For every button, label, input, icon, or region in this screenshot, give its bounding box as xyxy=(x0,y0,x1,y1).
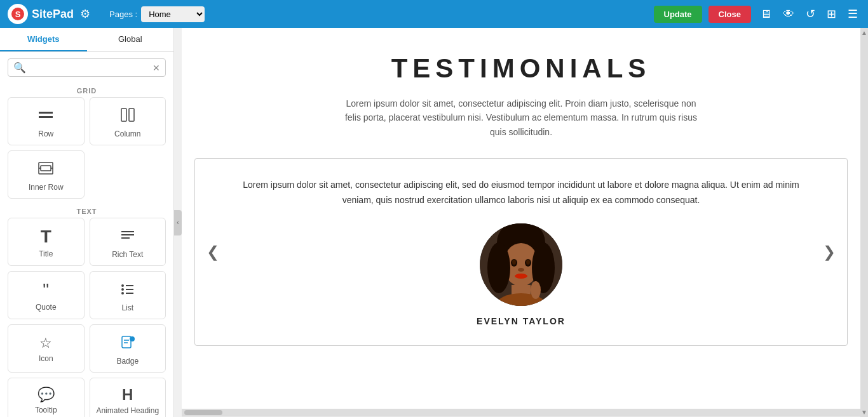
icon-widget-icon: ☆ xyxy=(39,336,52,350)
title-icon: T xyxy=(41,228,51,246)
svg-point-15 xyxy=(121,288,124,291)
canvas-content: TESTIMONIALS Lorem ipsum dolor sit amet,… xyxy=(182,28,860,409)
svg-rect-3 xyxy=(39,116,53,118)
list-label: List xyxy=(121,303,133,312)
tab-widgets[interactable]: Widgets xyxy=(0,28,87,51)
widget-column[interactable]: Column xyxy=(90,97,166,145)
testimonial-name: EVELYN TAYLOR xyxy=(477,316,566,326)
animated-heading-label: Animated Heading xyxy=(96,406,159,415)
section-label-text: TEXT xyxy=(0,204,173,218)
widget-animated-heading[interactable]: H Animated Heading xyxy=(90,378,166,417)
column-icon xyxy=(119,107,136,126)
svg-point-37 xyxy=(531,281,541,299)
column-label: Column xyxy=(114,129,140,138)
main-layout: Widgets Global 🔍 ✕ GRID Row Column xyxy=(0,28,868,417)
svg-rect-19 xyxy=(122,336,131,348)
svg-point-32 xyxy=(526,260,530,265)
refresh-icon[interactable]: ↺ xyxy=(803,4,818,23)
quote-label: Quote xyxy=(36,303,57,312)
svg-point-13 xyxy=(121,284,124,287)
avatar-image xyxy=(480,223,562,306)
inner-row-icon xyxy=(37,160,54,179)
svg-point-31 xyxy=(512,260,516,265)
sidebar-collapse[interactable]: ‹ xyxy=(174,210,182,235)
svg-point-33 xyxy=(518,268,524,272)
scroll-down-arrow[interactable]: ▼ xyxy=(861,409,867,416)
carousel-next-button[interactable]: ❯ xyxy=(818,238,841,266)
svg-point-22 xyxy=(130,336,135,341)
logo-icon: S xyxy=(8,4,28,24)
svg-point-17 xyxy=(121,292,124,295)
widget-row[interactable]: Row xyxy=(8,97,85,145)
tab-global[interactable]: Global xyxy=(87,28,174,51)
animated-heading-icon: H xyxy=(122,387,133,402)
header-actions: Update Close 🖥 👁 ↺ ⊞ ☰ xyxy=(654,4,860,23)
logo-text: SitePad xyxy=(32,8,74,21)
canvas-area: TESTIMONIALS Lorem ipsum dolor sit amet,… xyxy=(182,28,860,417)
pages-select[interactable]: Home About Contact xyxy=(141,6,205,22)
svg-text:S: S xyxy=(15,10,21,19)
scrollbar-thumb xyxy=(184,410,222,415)
row-icon xyxy=(37,107,54,126)
close-button[interactable]: Close xyxy=(709,6,751,23)
text-widgets: T Title Rich Text " Quote List ☆ xyxy=(0,218,173,417)
grid-widgets: Row Column Inner Row xyxy=(0,97,173,204)
svg-rect-5 xyxy=(129,109,134,121)
search-icon: 🔍 xyxy=(13,62,26,74)
tooltip-label: Tooltip xyxy=(35,406,57,414)
widget-inner-row[interactable]: Inner Row xyxy=(8,150,85,199)
svg-rect-2 xyxy=(39,112,53,114)
svg-point-34 xyxy=(515,274,527,279)
preview-icon[interactable]: 👁 xyxy=(780,5,797,23)
logo: S SitePad xyxy=(8,4,74,24)
bottom-scrollbar[interactable] xyxy=(182,409,860,416)
settings-icon[interactable]: ⚙ xyxy=(80,7,90,21)
svg-rect-7 xyxy=(41,166,51,171)
badge-label: Badge xyxy=(116,357,139,366)
menu-icon[interactable]: ☰ xyxy=(845,4,860,23)
row-label: Row xyxy=(38,129,53,138)
pages-label: Pages : xyxy=(109,10,137,19)
desktop-icon[interactable]: 🖥 xyxy=(757,5,774,23)
rich-text-label: Rich Text xyxy=(112,250,143,259)
testimonial-card: ❮ ❯ Lorem ipsum dolor sit amet, consecte… xyxy=(194,158,848,346)
title-label: Title xyxy=(39,249,53,258)
scroll-up-arrow[interactable]: ▲ xyxy=(861,29,867,36)
widget-rich-text[interactable]: Rich Text xyxy=(90,218,166,266)
sidebar: Widgets Global 🔍 ✕ GRID Row Column xyxy=(0,28,174,417)
tooltip-icon: 💬 xyxy=(37,388,55,402)
logo-svg: S xyxy=(11,7,25,21)
svg-rect-4 xyxy=(121,109,126,121)
widget-tooltip[interactable]: 💬 Tooltip xyxy=(8,378,85,417)
search-clear-icon[interactable]: ✕ xyxy=(153,63,160,73)
header: S SitePad ⚙ Pages : Home About Contact U… xyxy=(0,0,868,28)
icon-label: Icon xyxy=(39,354,53,363)
rich-text-icon xyxy=(119,227,136,246)
badge-icon xyxy=(119,334,136,353)
svg-point-27 xyxy=(487,242,510,293)
quote-icon: " xyxy=(43,281,49,299)
widget-badge[interactable]: Badge xyxy=(90,324,166,373)
search-box: 🔍 ✕ xyxy=(8,58,166,77)
testimonial-avatar xyxy=(480,223,562,306)
testimonials-subtitle: Lorem ipsum dolor sit amet, consectetur … xyxy=(343,96,699,139)
widget-title[interactable]: T Title xyxy=(8,218,85,266)
sitemap-icon[interactable]: ⊞ xyxy=(824,4,839,23)
update-button[interactable]: Update xyxy=(654,6,702,23)
search-input[interactable] xyxy=(30,63,149,72)
widget-list[interactable]: List xyxy=(90,271,166,319)
testimonial-text: Lorem ipsum dolor sit amet, consectetur … xyxy=(235,178,807,208)
widget-icon[interactable]: ☆ Icon xyxy=(8,324,85,373)
testimonials-title: TESTIMONIALS xyxy=(391,53,651,84)
sidebar-tabs: Widgets Global xyxy=(0,28,173,52)
section-label-grid: GRID xyxy=(0,83,173,97)
right-scrollbar: ▲ ▼ xyxy=(860,28,868,417)
inner-row-label: Inner Row xyxy=(29,183,64,192)
pages-section: Pages : Home About Contact xyxy=(109,6,205,22)
list-icon xyxy=(119,281,136,300)
carousel-prev-button[interactable]: ❮ xyxy=(201,238,224,266)
widget-quote[interactable]: " Quote xyxy=(8,271,85,319)
